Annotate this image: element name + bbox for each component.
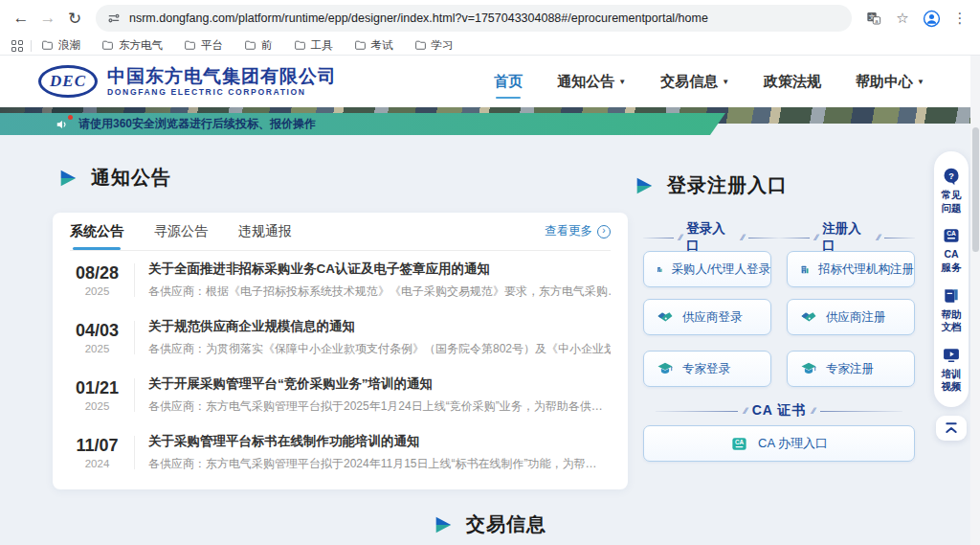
folder-icon (184, 39, 196, 52)
notice-row[interactable]: 11/07 2024 关于采购管理平台标书在线制作功能培训的通知 各供应商：东方… (70, 423, 611, 481)
company-logo[interactable]: DEC 中国东方电气集团有限公司 DONGFANG ELECTRIC CORPO… (38, 65, 337, 98)
ticker-text: 请使用360安全浏览器进行后续投标、报价操作 (78, 116, 316, 132)
notice-summary: 各供应商：东方电气采购管理平台拟于2024年11月15日上线“标书在线制作”功能… (148, 456, 597, 472)
notice-summary: 各供应商：东方电气采购管理平台拟于2025年1月24日上线“竞价采购”业务，为帮… (148, 398, 603, 415)
notice-date: 08/28 2025 (70, 263, 135, 297)
bookmark-folder-exam[interactable]: 考试 (354, 38, 393, 53)
section-arrow-icon (634, 175, 655, 196)
graduation-cap-icon (657, 360, 674, 377)
tab-system-notices[interactable]: 系统公告 (70, 214, 123, 250)
announcement-ticker: 请使用360安全浏览器进行后续投标、报价操作 (0, 113, 725, 135)
tab-violation-reports[interactable]: 违规通报 (238, 214, 292, 250)
section-arrow-icon (433, 514, 454, 535)
back-icon[interactable]: ← (11, 5, 31, 32)
url-text: nsrm.dongfang.com/platform/runtime/epp/d… (129, 11, 708, 25)
bookmark-label: 浪潮 (58, 38, 80, 53)
bidding-agency-register-button[interactable]: 招标代理机构注册 (787, 251, 915, 287)
bookmark-folder-platform[interactable]: 平台 (184, 38, 223, 53)
notice-title[interactable]: 关于规范供应商企业规模信息的通知 (148, 318, 611, 335)
arrow-circle-icon: › (597, 225, 611, 238)
screen: ← → ↻ nsrm.dongfang.com/platform/runtime… (0, 0, 980, 545)
forward-icon[interactable]: → (38, 5, 57, 32)
chevron-down-icon: ▼ (917, 78, 924, 86)
bookmark-label: 学习 (432, 38, 454, 53)
nav-trade-info[interactable]: 交易信息▼ (660, 67, 729, 97)
register-header: // 注册入口 // (779, 220, 915, 255)
scrollbar-thumb[interactable] (972, 127, 979, 252)
bookmark-folder-tools[interactable]: 工具 (294, 38, 333, 53)
trade-info-section-heading: 交易信息 (433, 511, 546, 537)
building-icon (800, 261, 810, 278)
notice-row[interactable]: 01/21 2025 关于开展采购管理平台“竞价采购业务”培训的通知 各供应商：… (70, 366, 611, 423)
bookmarks-separator (31, 40, 32, 52)
chrome-menu-icon[interactable]: ⋮ (947, 6, 972, 31)
notice-summary: 各供应商：根据《电子招标投标系统技术规范》《电子采购交易规范》要求，东方电气采购… (148, 284, 611, 300)
notice-title[interactable]: 关于全面推进非招标采购业务CA认证及电子签章应用的通知 (148, 261, 611, 278)
bookmark-folder-front[interactable]: 前 (244, 38, 273, 53)
folder-icon (414, 39, 427, 52)
training-videos-rail-item[interactable]: 培训 视频 (942, 340, 962, 399)
notice-row[interactable]: 08/28 2025 关于全面推进非招标采购业务CA认证及电子签章应用的通知 各… (70, 251, 611, 308)
chevron-down-icon: ▼ (618, 78, 626, 86)
ca-apply-button[interactable]: CA CA 办理入口 (643, 425, 915, 462)
login-register-headers: // 登录入口 // // 注册入口 // (643, 220, 915, 255)
notices-section-heading: 通知公告 (57, 165, 171, 191)
nav-home[interactable]: 首页 (494, 67, 523, 97)
apps-grid-icon[interactable] (11, 40, 23, 52)
handshake-icon (800, 308, 817, 326)
page-scrollbar (970, 56, 980, 545)
bookmark-folder-study[interactable]: 学习 (414, 38, 454, 53)
notices-card: 系统公告 寻源公告 违规通报 查看更多 › 08/28 2025 关于全面推进非… (53, 213, 628, 489)
nav-policies[interactable]: 政策法规 (764, 67, 821, 97)
notice-title[interactable]: 关于开展采购管理平台“竞价采购业务”培训的通知 (148, 375, 603, 393)
collapse-rail-button[interactable] (936, 416, 967, 441)
site-info-icon[interactable] (107, 11, 121, 25)
expert-register-button[interactable]: 专家注册 (787, 351, 915, 387)
svg-text:CA: CA (947, 231, 956, 238)
notice-date: 04/03 2025 (70, 321, 135, 354)
entry-button-grid: 采购人/代理人登录 招标代理机构注册 供应商登录 供应商注册 专家登录 专家注册 (643, 251, 915, 387)
expert-login-button[interactable]: 专家登录 (643, 351, 771, 387)
bookmark-star-icon[interactable]: ☆ (890, 6, 915, 31)
main-nav: 首页 通知公告▼ 交易信息▼ 政策法规 帮助中心▼ (494, 56, 924, 107)
ca-cert-header: // CA 证书 // (643, 402, 915, 420)
folder-icon (41, 39, 54, 52)
translate-icon[interactable]: 文a (861, 6, 886, 31)
dec-logo-icon: DEC (38, 65, 98, 98)
address-bar[interactable]: nsrm.dongfang.com/platform/runtime/epp/d… (96, 5, 852, 32)
section-title: 登录注册入口 (667, 172, 788, 198)
bookmark-label: 平台 (201, 38, 223, 53)
notice-title[interactable]: 关于采购管理平台标书在线制作功能培训的通知 (148, 433, 597, 450)
supplier-register-button[interactable]: 供应商注册 (787, 299, 915, 335)
ca-service-rail-item[interactable]: CA CA 服务 (942, 220, 962, 280)
view-more-link[interactable]: 查看更多 › (545, 223, 611, 239)
bookmark-label: 前 (261, 38, 273, 53)
company-name-en: DONGFANG ELECTRIC CORPORATION (107, 87, 337, 97)
section-arrow-icon (57, 168, 78, 189)
tab-sourcing-notices[interactable]: 寻源公告 (154, 214, 208, 250)
faq-rail-item[interactable]: ? 常见 问题 (942, 161, 962, 220)
purchaser-agent-login-button[interactable]: 采购人/代理人登录 (643, 251, 771, 287)
notices-tab-bar: 系统公告 寻源公告 违规通报 查看更多 › (70, 213, 611, 251)
bookmark-folder-langchao[interactable]: 浪潮 (41, 38, 80, 53)
folder-icon (354, 39, 367, 52)
nav-notices[interactable]: 通知公告▼ (557, 67, 626, 97)
reload-icon[interactable]: ↻ (65, 5, 84, 32)
help-docs-rail-item[interactable]: 帮助 文档 (942, 281, 962, 340)
section-title: 通知公告 (91, 165, 171, 191)
notice-row[interactable]: 04/03 2025 关于规范供应商企业规模信息的通知 各供应商：为贯彻落实《保… (70, 308, 611, 366)
site-header: DEC 中国东方电气集团有限公司 DONGFANG ELECTRIC CORPO… (0, 56, 980, 107)
profile-avatar-icon[interactable] (919, 6, 944, 31)
collapse-up-icon (944, 421, 959, 435)
book-icon (942, 286, 961, 306)
ca-card-icon: CA (942, 226, 961, 245)
bookmark-folder-dongfang[interactable]: 东方电气 (101, 38, 163, 53)
folder-icon (101, 39, 114, 52)
notice-summary: 各供应商：为贯彻落实《保障中小企业款项支付条例》（国务院令第802号）及《中小企… (148, 341, 611, 357)
building-icon (657, 261, 663, 278)
supplier-login-button[interactable]: 供应商登录 (643, 299, 771, 335)
nav-help-center[interactable]: 帮助中心▼ (856, 67, 924, 97)
rail-label: 常见 问题 (942, 189, 962, 215)
section-title: 交易信息 (466, 511, 546, 537)
notice-date: 01/21 2025 (70, 378, 135, 412)
